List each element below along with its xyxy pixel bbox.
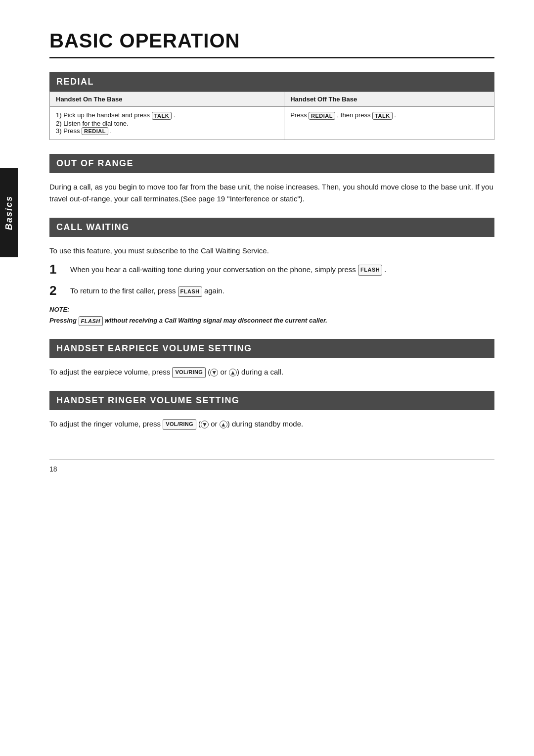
redial-table: Handset On The Base Handset Off The Base… (49, 92, 494, 140)
redial-col2-body: Press REDIAL , then press TALK . (284, 107, 494, 140)
note-label: NOTE: (49, 305, 494, 315)
step-1-text: When you hear a call-waiting tone during… (70, 262, 387, 276)
side-tab-label: Basics (4, 195, 14, 230)
vol-ring-key-2: VOL/RING (163, 419, 196, 430)
step-2: 2 To return to the first caller, press F… (49, 283, 494, 298)
vol-down-icon-1: ▼ (210, 369, 218, 377)
flash-key-2: FLASH (178, 286, 202, 297)
earpiece-text: To adjust the earpiece volume, press VOL… (49, 366, 494, 378)
call-waiting-header: CALL WAITING (49, 218, 494, 237)
vol-ring-key-1: VOL/RING (172, 367, 206, 378)
call-waiting-note: NOTE: Pressing FLASH without receiving a… (49, 305, 494, 327)
flash-key-note: FLASH (79, 316, 103, 327)
step-2-text: To return to the first caller, press FLA… (70, 283, 224, 297)
redial-col1-body: 1) Pick up the handset and press TALK . … (50, 107, 284, 140)
ringer-body: To adjust the ringer volume, press VOL/R… (49, 418, 494, 430)
earpiece-body: To adjust the earpiece volume, press VOL… (49, 366, 494, 378)
talk-key-1: TALK (152, 112, 172, 120)
note-text: Pressing FLASH without receiving a Call … (49, 316, 494, 326)
page-title: BASIC OPERATION (49, 30, 494, 52)
vol-down-icon-2: ▼ (201, 421, 209, 428)
title-rule (49, 57, 494, 58)
step-1-number: 1 (49, 262, 67, 277)
redial-col2-header: Handset Off The Base (284, 92, 494, 107)
out-of-range-text: During a call, as you begin to move too … (49, 181, 494, 205)
earpiece-header: HANDSET EARPIECE VOLUME SETTING (49, 339, 494, 358)
page-number: 18 (49, 465, 57, 473)
ringer-header: HANDSET RINGER VOLUME SETTING (49, 391, 494, 410)
redial-key-2: REDIAL (309, 112, 335, 120)
step-2-number: 2 (49, 283, 67, 298)
redial-col1-header: Handset On The Base (50, 92, 284, 107)
page-wrapper: Basics BASIC OPERATION REDIAL Handset On… (0, 0, 534, 756)
step-1: 1 When you hear a call-waiting tone duri… (49, 262, 494, 277)
ringer-text: To adjust the ringer volume, press VOL/R… (49, 418, 494, 430)
vol-up-icon-2: ▲ (220, 421, 227, 428)
call-waiting-body: To use this feature, you must subscribe … (49, 245, 494, 326)
call-waiting-intro: To use this feature, you must subscribe … (49, 245, 494, 257)
out-of-range-body: During a call, as you begin to move too … (49, 181, 494, 205)
vol-up-icon-1: ▲ (229, 369, 237, 377)
out-of-range-header: OUT OF RANGE (49, 154, 494, 173)
page-footer: 18 (49, 460, 494, 473)
flash-key-1: FLASH (358, 265, 382, 276)
redial-header: REDIAL (49, 72, 494, 92)
redial-key-1: REDIAL (82, 127, 108, 135)
talk-key-2: TALK (372, 112, 393, 120)
side-tab: Basics (0, 168, 18, 257)
